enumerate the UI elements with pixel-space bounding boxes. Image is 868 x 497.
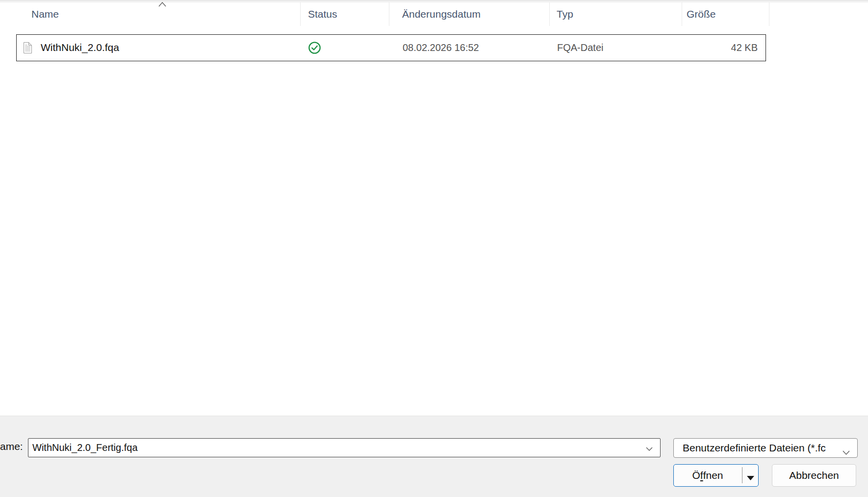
- split-button-separator: [742, 467, 742, 483]
- file-size: 42 KB: [731, 35, 758, 60]
- file-open-dialog: Name Status Änderungsdatum Typ Größe Wit…: [0, 0, 868, 497]
- file-row-selected[interactable]: WithNuki_2.0.fqa 08.02.2026 16:52 FQA-Da…: [16, 34, 766, 61]
- column-divider[interactable]: [389, 2, 389, 26]
- filetype-dropdown[interactable]: Benutzerdefinierte Dateien (*.fc: [673, 438, 858, 458]
- open-button[interactable]: Öffnen: [673, 464, 759, 487]
- column-header-modified[interactable]: Änderungsdatum: [402, 2, 481, 26]
- file-name: WithNuki_2.0.fqa: [41, 35, 119, 60]
- filetype-selected-value: Benutzerdefinierte Dateien (*.fc: [683, 442, 826, 454]
- column-header-size[interactable]: Größe: [687, 2, 716, 26]
- column-divider[interactable]: [300, 2, 301, 26]
- cancel-button[interactable]: Abbrechen: [772, 464, 856, 487]
- file-type: FQA-Datei: [557, 35, 603, 60]
- document-icon: [23, 42, 32, 54]
- filename-input[interactable]: [28, 438, 661, 457]
- column-divider[interactable]: [549, 2, 550, 26]
- open-button-label: Öffnen: [674, 465, 741, 486]
- filename-label: ame:: [0, 441, 23, 452]
- filetype-chevron-down-icon: [842, 446, 850, 451]
- column-header-status[interactable]: Status: [308, 2, 337, 26]
- column-header-name[interactable]: Name: [31, 2, 59, 26]
- sort-ascending-chevron-up-icon[interactable]: [158, 0, 167, 7]
- sync-status-check-circle-icon: [308, 41, 321, 54]
- column-divider[interactable]: [682, 2, 682, 26]
- column-header-type[interactable]: Typ: [557, 2, 573, 26]
- column-divider[interactable]: [769, 2, 769, 26]
- open-dropdown-arrow-icon[interactable]: [747, 473, 754, 478]
- file-modified-date: 08.02.2026 16:52: [403, 35, 479, 60]
